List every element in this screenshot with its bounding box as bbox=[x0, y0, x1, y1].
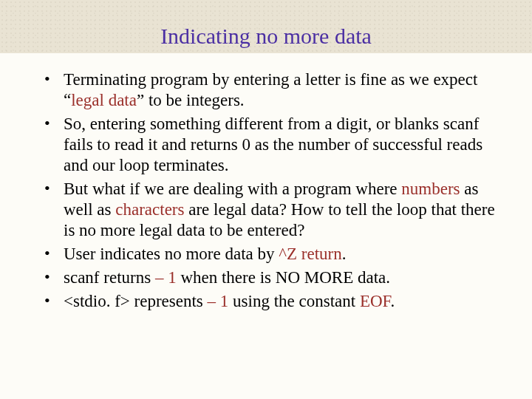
highlight: numbers bbox=[401, 180, 460, 198]
text: ” to be integers. bbox=[137, 91, 245, 109]
highlight: ^Z return bbox=[279, 245, 342, 263]
text: User indicates no more data by bbox=[64, 245, 279, 263]
highlight: legal data bbox=[71, 91, 137, 109]
highlight: EOF bbox=[360, 292, 391, 310]
text: But what if we are dealing with a progra… bbox=[64, 180, 401, 198]
bullet-item: User indicates no more data by ^Z return… bbox=[44, 244, 510, 265]
title-band: Indicating no more data bbox=[0, 0, 532, 53]
bullet-item: scanf returns – 1 when there is NO MORE … bbox=[44, 267, 510, 288]
highlight: characters bbox=[115, 200, 184, 219]
bullet-item: Terminating program by entering a letter… bbox=[44, 69, 510, 111]
slide-content: Terminating program by entering a letter… bbox=[0, 53, 532, 313]
text: <stdio. f> represents bbox=[64, 292, 208, 310]
text: . bbox=[342, 245, 347, 263]
text: . bbox=[391, 292, 395, 310]
bullet-item: So, entering something different from a … bbox=[44, 114, 510, 176]
text: using the constant bbox=[228, 292, 360, 310]
bullet-list: Terminating program by entering a letter… bbox=[22, 69, 510, 313]
bullet-item: <stdio. f> represents – 1 using the cons… bbox=[44, 291, 510, 312]
slide-title: Indicating no more data bbox=[160, 24, 372, 49]
text: scanf returns bbox=[64, 268, 155, 287]
highlight: – 1 bbox=[155, 268, 177, 287]
text: when there is NO MORE data. bbox=[177, 268, 390, 287]
highlight: – 1 bbox=[208, 292, 229, 310]
text: So, entering something different from a … bbox=[64, 115, 482, 174]
bullet-item: But what if we are dealing with a progra… bbox=[44, 179, 510, 241]
